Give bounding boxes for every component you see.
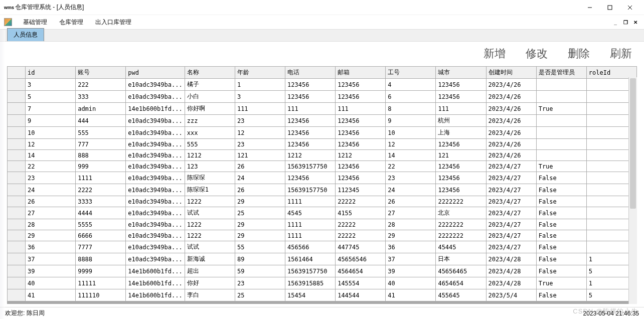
cell-id[interactable]: 41 <box>26 289 76 301</box>
close-button[interactable] <box>620 1 640 15</box>
column-header-pwd[interactable]: pwd <box>126 67 185 79</box>
edit-button[interactable]: 修改 <box>526 46 548 61</box>
column-header-city[interactable]: 城市 <box>436 67 486 79</box>
column-header-tel[interactable]: 电话 <box>285 67 336 79</box>
cell-acc[interactable]: 777 <box>76 139 126 150</box>
cell-pwd[interactable]: e10adc3949ba... <box>126 184 185 196</box>
cell-name[interactable]: 123 <box>185 161 235 172</box>
tab-personnel-info[interactable]: 人员信息 <box>7 28 44 41</box>
cell-age[interactable]: 111 <box>235 103 285 115</box>
cell-pwd[interactable]: e10adc3949ba... <box>126 219 185 230</box>
cell-id[interactable]: 10 <box>26 127 76 139</box>
cell-emp[interactable]: 9 <box>386 115 436 127</box>
row-header[interactable] <box>8 230 26 241</box>
cell-acc[interactable]: admin <box>76 103 126 115</box>
cell-id[interactable]: 40 <box>26 277 76 289</box>
cell-city[interactable]: 123456 <box>436 79 486 91</box>
cell-mail[interactable]: 144544 <box>336 289 386 301</box>
cell-pwd[interactable]: e10adc3949ba... <box>126 172 185 184</box>
cell-pwd[interactable]: e10adc3949ba... <box>126 253 185 265</box>
table-row[interactable]: 263333e10adc3949ba...1222291111222222622… <box>8 196 637 207</box>
cell-age[interactable]: 26 <box>235 161 285 172</box>
column-header-id[interactable]: id <box>26 67 76 79</box>
menu-warehouse-management[interactable]: 仓库管理 <box>53 16 89 29</box>
row-header[interactable] <box>8 115 26 127</box>
row-header[interactable] <box>8 91 26 103</box>
cell-tel[interactable]: 15639157750 <box>285 265 336 277</box>
cell-emp[interactable]: 4 <box>386 79 436 91</box>
row-header[interactable] <box>8 253 26 265</box>
cell-age[interactable]: 25 <box>235 289 285 301</box>
cell-id[interactable]: 24 <box>26 184 76 196</box>
cell-ct[interactable]: 2023/4/27 <box>486 207 536 219</box>
cell-admin[interactable]: False <box>536 219 586 230</box>
row-header[interactable] <box>8 79 26 91</box>
column-header-empno[interactable]: 工号 <box>386 67 436 79</box>
table-row[interactable]: 367777e10adc3949ba...试试55456566447745364… <box>8 241 637 253</box>
table-row[interactable]: 401111114e1b600b1fd...你好2315639158851455… <box>8 277 637 289</box>
row-header[interactable] <box>8 139 26 150</box>
cell-city[interactable]: 4654654 <box>436 277 486 289</box>
cell-name[interactable]: 1222 <box>185 230 235 241</box>
cell-pwd[interactable]: e10adc3949ba... <box>126 196 185 207</box>
menu-inout-management[interactable]: 出入口库管理 <box>89 16 137 29</box>
cell-city[interactable]: 2222222 <box>436 219 486 230</box>
cell-city[interactable]: 123456 <box>436 184 486 196</box>
cell-name[interactable]: 李白 <box>185 289 235 301</box>
cell-city[interactable]: 123456 <box>436 91 486 103</box>
cell-admin[interactable] <box>536 150 586 161</box>
row-header[interactable] <box>8 196 26 207</box>
cell-mail[interactable]: 4155 <box>336 207 386 219</box>
cell-name[interactable]: 你好啊 <box>185 103 235 115</box>
cell-city[interactable]: 45445 <box>436 241 486 253</box>
cell-pwd[interactable]: e10adc3949ba... <box>126 139 185 150</box>
cell-pwd[interactable]: e10adc3949ba... <box>126 241 185 253</box>
cell-mail[interactable]: 22222 <box>336 219 386 230</box>
cell-pwd[interactable]: e10adc3949ba... <box>126 161 185 172</box>
cell-acc[interactable]: 999 <box>76 161 126 172</box>
cell-mail[interactable]: 123456 <box>336 115 386 127</box>
cell-emp[interactable]: 6 <box>386 91 436 103</box>
cell-id[interactable]: 14 <box>26 150 76 161</box>
cell-emp[interactable]: 37 <box>386 253 436 265</box>
cell-emp[interactable]: 12 <box>386 139 436 150</box>
cell-admin[interactable] <box>536 127 586 139</box>
cell-pwd[interactable]: 14e1b600b1fd... <box>126 103 185 115</box>
cell-name[interactable]: 1222 <box>185 196 235 207</box>
table-row[interactable]: 296666e10adc3949ba...1222291111222222922… <box>8 230 637 241</box>
refresh-button[interactable]: 刷新 <box>610 46 632 61</box>
cell-tel[interactable]: 15639157750 <box>285 184 336 196</box>
cell-name[interactable]: 1212 <box>185 150 235 161</box>
table-row[interactable]: 12777e10adc3949ba...55523123456123456121… <box>8 139 637 150</box>
cell-name[interactable]: zzz <box>185 115 235 127</box>
cell-ct[interactable]: 2023/4/27 <box>486 196 536 207</box>
cell-acc[interactable]: 555 <box>76 127 126 139</box>
row-header[interactable] <box>8 265 26 277</box>
cell-emp[interactable]: 40 <box>386 277 436 289</box>
cell-admin[interactable]: False <box>536 289 586 301</box>
table-row[interactable]: 231111e10adc3949ba...陈琛琛2412345612345623… <box>8 172 637 184</box>
cell-tel[interactable]: 15454 <box>285 289 336 301</box>
cell-age[interactable]: 25 <box>235 207 285 219</box>
column-header-mail[interactable]: 邮箱 <box>336 67 386 79</box>
cell-mail[interactable]: 123456 <box>336 139 386 150</box>
cell-emp[interactable]: 23 <box>386 172 436 184</box>
cell-mail[interactable]: 123456 <box>336 161 386 172</box>
cell-admin[interactable]: True <box>536 161 586 172</box>
cell-acc[interactable]: 444 <box>76 115 126 127</box>
data-grid[interactable]: id 账号 pwd 名称 年龄 电话 邮箱 工号 城市 创建时间 是否是管理员 … <box>7 66 637 304</box>
cell-name[interactable]: 你好 <box>185 277 235 289</box>
cell-admin[interactable]: False <box>536 253 586 265</box>
cell-id[interactable]: 26 <box>26 196 76 207</box>
cell-id[interactable]: 36 <box>26 241 76 253</box>
cell-age[interactable]: 29 <box>235 219 285 230</box>
cell-admin[interactable]: False <box>536 172 586 184</box>
cell-ct[interactable]: 2023/4/28 <box>486 265 536 277</box>
cell-id[interactable]: 28 <box>26 219 76 230</box>
cell-tel[interactable]: 15639157750 <box>285 161 336 172</box>
cell-acc[interactable]: 9999 <box>76 265 126 277</box>
cell-admin[interactable]: False <box>536 230 586 241</box>
cell-mail[interactable]: 145554 <box>336 277 386 289</box>
menu-basic-management[interactable]: 基础管理 <box>17 16 53 29</box>
cell-ct[interactable]: 2023/4/27 <box>486 184 536 196</box>
